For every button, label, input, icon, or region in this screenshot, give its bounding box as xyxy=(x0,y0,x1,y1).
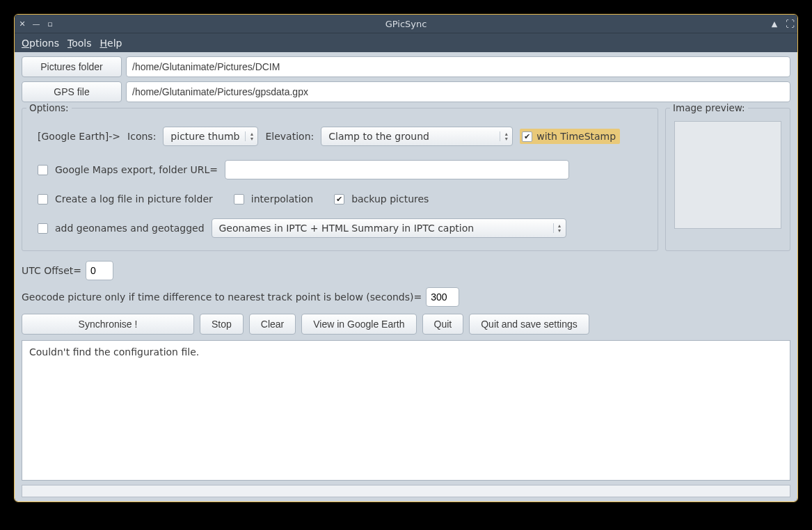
elevation-combo[interactable]: Clamp to the ground ▴▾ xyxy=(321,127,513,146)
gps-file-button[interactable]: GPS file xyxy=(22,81,122,102)
preview-panel: Image preview: xyxy=(665,108,790,251)
icons-label: Icons: xyxy=(127,131,156,142)
gps-file-input[interactable] xyxy=(126,81,790,102)
gmaps-label: Google Maps export, folder URL= xyxy=(55,164,218,175)
view-google-earth-button[interactable]: View in Google Earth xyxy=(301,314,416,335)
options-panel: Options: [Google Earth]-> Icons: picture… xyxy=(22,108,658,251)
pictures-folder-input[interactable] xyxy=(126,56,790,77)
elevation-label: Elevation: xyxy=(265,131,314,142)
content-area: Pictures folder GPS file Options: [Googl… xyxy=(15,52,797,501)
quit-save-button[interactable]: Quit and save settings xyxy=(469,314,589,335)
log-output: Couldn't find the configuration file. xyxy=(22,340,790,481)
geonames-label: add geonames and geotagged xyxy=(55,223,205,234)
pictures-folder-button[interactable]: Pictures folder xyxy=(22,56,122,77)
image-preview xyxy=(674,121,781,229)
google-earth-prefix: [Google Earth]-> xyxy=(38,131,120,142)
spinner-icon: ▴▾ xyxy=(245,131,255,141)
clear-button[interactable]: Clear xyxy=(249,314,296,335)
elevation-combo-value: Clamp to the ground xyxy=(328,131,429,142)
backup-label: backup pictures xyxy=(351,193,429,204)
window-title: GPicSync xyxy=(15,19,797,29)
options-panel-title: Options: xyxy=(26,102,72,113)
expand-icon[interactable]: ⛶ xyxy=(786,20,793,27)
backup-checkbox[interactable] xyxy=(334,194,344,204)
quit-button[interactable]: Quit xyxy=(422,314,464,335)
close-icon[interactable]: ✕ xyxy=(19,20,26,27)
logfile-checkbox[interactable] xyxy=(38,194,48,204)
preview-panel-title: Image preview: xyxy=(670,102,748,113)
titlebar: ✕ — ▫ GPicSync ▲ ⛶ xyxy=(15,15,797,33)
interpolation-checkbox[interactable] xyxy=(234,194,244,204)
action-row: Synchronise ! Stop Clear View in Google … xyxy=(22,314,790,335)
interpolation-label: interpolation xyxy=(251,193,313,204)
minimize-icon[interactable]: — xyxy=(33,20,40,27)
logfile-label: Create a log file in picture folder xyxy=(55,193,213,204)
geonames-mode-value: Geonames in IPTC + HTML Summary in IPTC … xyxy=(219,223,475,234)
synchronise-button[interactable]: Synchronise ! xyxy=(22,314,194,335)
geonames-checkbox[interactable] xyxy=(38,223,48,234)
icons-combo-value: picture thumb xyxy=(170,131,239,142)
timestamp-checkbox[interactable] xyxy=(522,131,532,142)
geonames-mode-combo[interactable]: Geonames in IPTC + HTML Summary in IPTC … xyxy=(212,218,566,238)
gmaps-url-input[interactable] xyxy=(225,160,569,179)
main-window: ✕ — ▫ GPicSync ▲ ⛶ Options Tools Help Pi… xyxy=(14,14,798,502)
maximize-icon[interactable]: ▫ xyxy=(47,20,54,27)
statusbar xyxy=(22,485,790,497)
menu-options[interactable]: Options xyxy=(22,38,59,49)
geocode-threshold-input[interactable] xyxy=(426,287,459,307)
gmaps-checkbox[interactable] xyxy=(38,165,48,175)
timestamp-label: with TimeStamp xyxy=(536,131,616,142)
stop-button[interactable]: Stop xyxy=(200,314,244,335)
rollup-icon[interactable]: ▲ xyxy=(771,20,778,27)
spinner-icon: ▴▾ xyxy=(500,131,509,141)
menubar: Options Tools Help xyxy=(15,33,797,52)
utc-offset-input[interactable] xyxy=(86,261,113,280)
icons-combo[interactable]: picture thumb ▴▾ xyxy=(163,127,258,146)
spinner-icon: ▴▾ xyxy=(553,223,563,233)
geocode-threshold-label: Geocode picture only if time difference … xyxy=(22,291,422,303)
utc-offset-label: UTC Offset= xyxy=(22,265,81,276)
menu-help[interactable]: Help xyxy=(100,38,122,49)
timestamp-option[interactable]: with TimeStamp xyxy=(520,129,620,144)
menu-tools[interactable]: Tools xyxy=(67,38,92,49)
